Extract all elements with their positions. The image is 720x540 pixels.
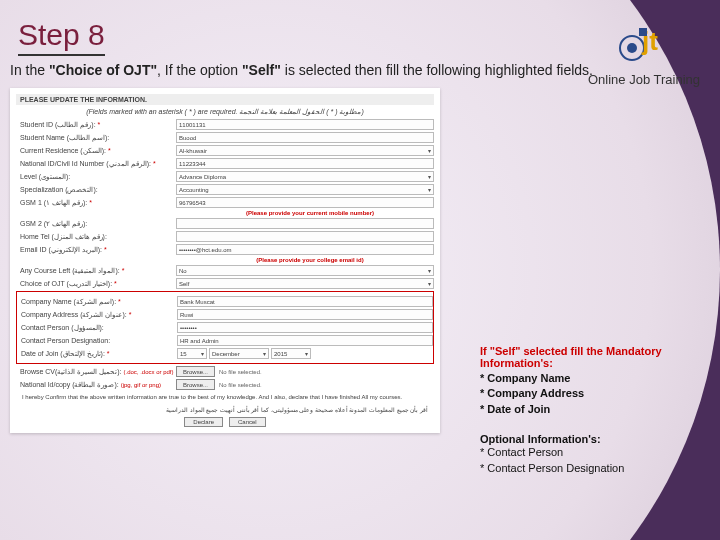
- mobile-hint: (Please provide your current mobile numb…: [186, 210, 434, 216]
- brand-logo: jt Online Job Training: [588, 18, 700, 87]
- mandatory-item: * Date of Join: [480, 402, 700, 417]
- designation-input[interactable]: HR and Admin: [177, 335, 433, 346]
- highlighted-fields: Company Name (اسم الشركة): *Bank Muscat …: [16, 291, 434, 364]
- contact-person-input[interactable]: ••••••••: [177, 322, 433, 333]
- spec-label: Specialization (التخصص):: [16, 186, 176, 194]
- gsm2-input[interactable]: [176, 218, 434, 229]
- hometel-label: Home Tel (رقم هاتف المنزل):: [16, 233, 176, 241]
- gsm1-input[interactable]: 96796543: [176, 197, 434, 208]
- doj-year-select[interactable]: 2015▾: [271, 348, 311, 359]
- contact-person-label: Contact Person (المسؤول):: [17, 324, 177, 332]
- ojt-choice-label: Choice of OJT (اختيار التدريب): *: [16, 280, 176, 288]
- name-input[interactable]: Buood: [176, 132, 434, 143]
- email-hint: (Please provide your college email id): [186, 257, 434, 263]
- asterisk-note: (Fields marked with an asterisk ( * ) ar…: [16, 108, 434, 116]
- logo-caption: Online Job Training: [588, 72, 700, 87]
- student-id-input[interactable]: 11001131: [176, 119, 434, 130]
- natid-label: National ID/Civil Id Number (الرقم المدن…: [16, 160, 176, 168]
- cv-label: Browse CV(تحميل السيرة الذاتية): (.doc, …: [16, 368, 176, 376]
- course-left-label: Any Course Left (المواد المتبقية): *: [16, 267, 176, 275]
- address-label: Company Address (عنوان الشركة): *: [17, 311, 177, 319]
- natid-nofile-text: No file selected.: [219, 382, 262, 388]
- doj-day-select[interactable]: 15▾: [177, 348, 207, 359]
- gsm2-label: GSM 2 (رقم الهاتف ٢):: [16, 220, 176, 228]
- mandatory-item: * Company Name: [480, 371, 700, 386]
- name-label: Student Name (اسم الطالب):: [16, 134, 176, 142]
- callout-mandatory-head: If "Self" selected fill the Mandatory In…: [480, 345, 700, 369]
- natid-copy-label: National Id/copy (صورة البطاقة): (jpg, g…: [16, 381, 176, 389]
- chevron-down-icon: ▾: [428, 267, 431, 274]
- chevron-down-icon: ▾: [428, 173, 431, 180]
- callout-optional-head: Optional Information's:: [480, 433, 700, 445]
- address-input[interactable]: Ruwi: [177, 309, 433, 320]
- declare-button[interactable]: Declare: [184, 417, 223, 427]
- level-label: Level (المستوى):: [16, 173, 176, 181]
- residence-select[interactable]: Al-khuwair▾: [176, 145, 434, 156]
- doj-label: Date of Join (تاريخ الإلتحاق): *: [17, 350, 177, 358]
- cv-nofile-text: No file selected.: [219, 369, 262, 375]
- gsm1-label: GSM 1 (رقم الهاتف ١): *: [16, 199, 176, 207]
- svg-rect-3: [639, 28, 647, 36]
- ojt-choice-select[interactable]: Self▾: [176, 278, 434, 289]
- mandatory-item: * Company Address: [480, 386, 700, 401]
- level-select[interactable]: Advance Diploma▾: [176, 171, 434, 182]
- company-label: Company Name (اسم الشركة): *: [17, 298, 177, 306]
- cv-browse-button[interactable]: Browse...: [176, 366, 215, 377]
- chevron-down-icon: ▾: [428, 147, 431, 154]
- form-header: PLEASE UPDATE THE INFORMATION.: [16, 94, 434, 105]
- doj-month-select[interactable]: December▾: [209, 348, 269, 359]
- company-input[interactable]: Bank Muscat: [177, 296, 433, 307]
- optional-item: * Contact Person Designation: [480, 461, 700, 476]
- hometel-input[interactable]: [176, 231, 434, 242]
- declaration-text: I hereby Confirm that the above written …: [22, 394, 428, 402]
- cancel-button[interactable]: Cancel: [229, 417, 266, 427]
- declaration-arabic: أقر بأن جميع المعلومات المدونة أعلاه صحي…: [22, 406, 428, 413]
- spec-select[interactable]: Accounting▾: [176, 184, 434, 195]
- logo-icon: jt: [614, 18, 674, 68]
- chevron-down-icon: ▾: [428, 280, 431, 287]
- course-left-select[interactable]: No▾: [176, 265, 434, 276]
- residence-label: Current Residence (السكن): *: [16, 147, 176, 155]
- designation-label: Contact Person Designation:: [17, 337, 177, 344]
- email-input[interactable]: ••••••••@hct.edu.om: [176, 244, 434, 255]
- optional-item: * Contact Person: [480, 445, 700, 460]
- student-id-label: Student ID (رقم الطالب): *: [16, 121, 176, 129]
- callout-mandatory: If "Self" selected fill the Mandatory In…: [480, 345, 700, 476]
- natid-input[interactable]: 11223344: [176, 158, 434, 169]
- form-screenshot: PLEASE UPDATE THE INFORMATION. (Fields m…: [10, 88, 440, 433]
- chevron-down-icon: ▾: [428, 186, 431, 193]
- natid-browse-button[interactable]: Browse...: [176, 379, 215, 390]
- page-title: Step 8: [18, 18, 105, 56]
- svg-point-1: [627, 43, 637, 53]
- email-label: Email ID (البريد الإلكتروني): *: [16, 246, 176, 254]
